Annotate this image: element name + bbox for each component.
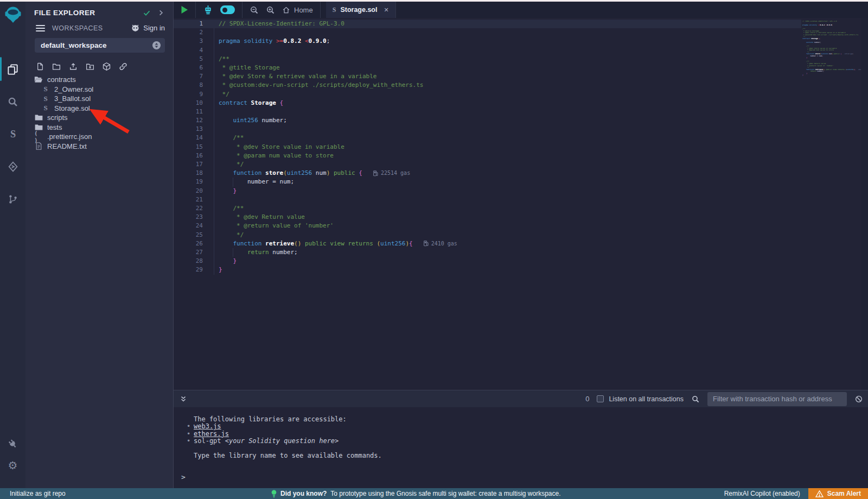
code-line-29[interactable]: 29}	[174, 266, 801, 274]
terminal-link-web3.js[interactable]: web3.js	[194, 422, 221, 429]
terminal-line: •web3.js	[187, 422, 868, 429]
check-icon	[143, 9, 151, 17]
listen-all-transactions[interactable]: Listen on all transactions	[597, 395, 684, 403]
ai-section	[196, 2, 242, 18]
code-line-12[interactable]: 12 uint256 number;	[174, 116, 801, 125]
tree-item-scripts[interactable]: scripts	[25, 113, 173, 123]
transaction-filter-input[interactable]	[707, 392, 847, 406]
code-line-5[interactable]: 5/**	[174, 55, 801, 64]
code-line-3[interactable]: 3pragma solidity >=0.8.2 <0.9.0;	[174, 37, 801, 46]
sidebar-item-file-explorer[interactable]	[0, 53, 25, 85]
line-number: 6	[174, 64, 203, 72]
zoom-out-icon[interactable]	[250, 5, 259, 15]
code-text: function store(uint256 num) public {	[219, 169, 362, 178]
code-text: */	[219, 90, 229, 99]
remix-logo-icon[interactable]	[4, 5, 22, 24]
clear-console-icon[interactable]	[854, 395, 863, 403]
sidebar-item-git[interactable]	[0, 183, 25, 216]
sidebar-item-deploy-run[interactable]	[0, 150, 25, 183]
line-number: 7	[174, 72, 203, 81]
collapse-terminal-icon[interactable]	[180, 395, 187, 403]
line-number: 2	[174, 28, 203, 37]
workspaces-menu-icon[interactable]	[36, 25, 45, 31]
zoom-in-icon[interactable]	[266, 5, 275, 15]
workspace-dropdown-icon	[152, 41, 161, 50]
code-line-14[interactable]: 14 /**	[174, 134, 801, 142]
code-line-17[interactable]: 17 */	[174, 160, 801, 169]
terminal-line: Type the library name to see available c…	[187, 452, 868, 459]
upload-folder-icon[interactable]	[85, 62, 95, 71]
code-line-13[interactable]: 13	[174, 125, 801, 134]
code-line-20[interactable]: 20 }	[174, 187, 801, 195]
tab-storage-sol[interactable]: S Storage.sol ✕	[326, 2, 396, 18]
sidebar-item-settings[interactable]: ⚙	[0, 454, 25, 476]
code-line-22[interactable]: 22 /**	[174, 204, 801, 213]
code-line-16[interactable]: 16 * @param num value to store	[174, 151, 801, 160]
code-line-8[interactable]: 8 * @custom:dev-run-script ./scripts/dep…	[174, 81, 801, 90]
code-line-6[interactable]: 6 * @title Storage	[174, 64, 801, 72]
code-editor[interactable]: 1// SPDX-License-Identifier: GPL-3.023pr…	[174, 18, 868, 390]
code-line-21[interactable]: 21	[174, 195, 801, 204]
scam-alert-button[interactable]: Scam Alert	[808, 488, 868, 499]
chevron-right-icon[interactable]	[157, 9, 164, 16]
ai-copilot-icon[interactable]	[203, 5, 213, 15]
code-line-24[interactable]: 24 * @return value of 'number'	[174, 222, 801, 230]
line-number: 16	[174, 151, 203, 160]
cube-icon[interactable]	[102, 62, 111, 71]
tree-item-3_Ballot.sol[interactable]: S3_Ballot.sol	[25, 94, 173, 104]
editor-minimap[interactable]: // SPDX-License-Identifier: GPL-3.0pragm…	[802, 21, 861, 77]
transaction-count: 0	[585, 395, 589, 403]
sidebar-item-search[interactable]	[0, 85, 25, 118]
editor-scrollbar[interactable]	[861, 18, 868, 390]
sidebar-item-plugin-manager[interactable]	[0, 433, 25, 454]
terminal-toolbar: 0 Listen on all transactions	[174, 390, 868, 407]
code-text: // SPDX-License-Identifier: GPL-3.0	[219, 20, 344, 28]
tree-item-Storage.sol[interactable]: SStorage.sol	[25, 104, 173, 113]
copilot-status[interactable]: RemixAI Copilot (enabled)	[724, 490, 800, 497]
terminal-link-ethers.js[interactable]: ethers.js	[194, 430, 229, 437]
code-line-4[interactable]: 4	[174, 46, 801, 55]
code-line-19[interactable]: 19 number = num;	[174, 178, 801, 186]
code-line-2[interactable]: 2	[174, 28, 801, 37]
new-folder-icon[interactable]	[52, 62, 61, 71]
code-line-27[interactable]: 27 return number;	[174, 248, 801, 257]
code-line-18[interactable]: 18 function store(uint256 num) public {2…	[174, 169, 801, 178]
line-number: 10	[174, 99, 203, 108]
code-line-10[interactable]: 10contract Storage {	[174, 99, 801, 108]
terminal-output[interactable]: The following libraries are accessible:•…	[174, 407, 868, 488]
git-init-button[interactable]: Initialize as git repo	[10, 490, 66, 497]
tab-close-icon[interactable]: ✕	[384, 7, 388, 14]
tree-item-contracts[interactable]: contracts	[25, 75, 173, 85]
code-text: */	[219, 231, 244, 239]
new-file-icon[interactable]	[36, 62, 44, 71]
code-text: * @dev Return value	[219, 213, 305, 222]
workspace-select[interactable]: default_workspace	[35, 38, 165, 53]
tab-home[interactable]: Home	[282, 6, 313, 14]
terminal-prompt[interactable]: >	[181, 473, 186, 481]
tree-item-2_Owner.sol[interactable]: S2_Owner.sol	[25, 85, 173, 94]
sidebar-item-solidity-compiler[interactable]: S	[0, 118, 25, 150]
link-icon[interactable]	[118, 62, 128, 71]
sign-in-button[interactable]: Sign in	[131, 24, 165, 32]
code-line-11[interactable]: 11	[174, 108, 801, 116]
ai-copilot-toggle[interactable]	[220, 5, 235, 14]
code-line-1[interactable]: 1// SPDX-License-Identifier: GPL-3.0	[174, 20, 801, 28]
upload-file-icon[interactable]	[68, 62, 78, 71]
line-number: 17	[174, 160, 203, 169]
terminal-search-icon[interactable]	[691, 395, 700, 403]
main-area: Home S Storage.sol ✕ 1// SPDX-License-Id…	[174, 2, 868, 488]
tree-item-README.txt[interactable]: README.txt	[25, 142, 173, 151]
zoom-home-section: Home	[242, 2, 321, 18]
code-line-15[interactable]: 15 * @dev Store value in variable	[174, 143, 801, 151]
code-line-23[interactable]: 23 * @dev Return value	[174, 213, 801, 222]
tree-item-tests[interactable]: tests	[25, 123, 173, 132]
tree-item-.prettierrc.json[interactable]: ( ).prettierrc.json	[25, 132, 173, 142]
code-line-7[interactable]: 7 * @dev Store & retrieve value in a var…	[174, 72, 801, 81]
code-line-25[interactable]: 25 */	[174, 231, 801, 239]
minimap-line: * @custom:dev-run-script ./scripts/deplo…	[802, 34, 861, 36]
code-line-28[interactable]: 28 }	[174, 257, 801, 266]
run-script-button[interactable]	[181, 5, 188, 14]
code-line-26[interactable]: 26 function retrieve() public view retur…	[174, 239, 801, 248]
code-line-9[interactable]: 9 */	[174, 90, 801, 99]
listen-checkbox[interactable]	[597, 395, 604, 402]
